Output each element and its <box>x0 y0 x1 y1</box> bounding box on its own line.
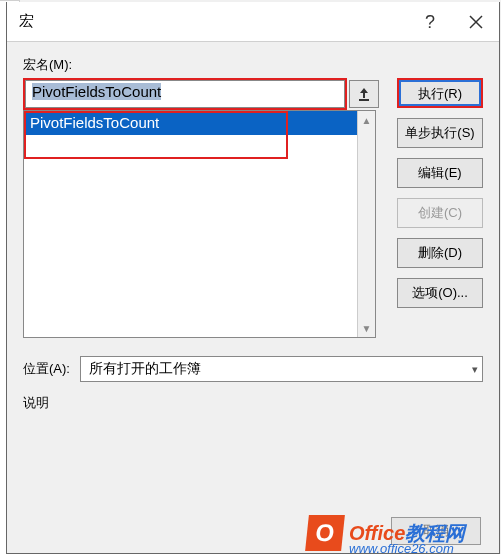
arrow-up-underline-icon <box>357 86 371 102</box>
scroll-up-icon[interactable]: ▲ <box>358 111 375 129</box>
scrollbar[interactable]: ▲ ▼ <box>357 111 375 337</box>
close-icon <box>469 15 483 29</box>
macro-name-label: 宏名(M): <box>23 56 483 74</box>
logo-icon: O <box>305 515 345 551</box>
reorder-button[interactable] <box>349 80 379 108</box>
scroll-down-icon[interactable]: ▼ <box>358 319 375 337</box>
description-label: 说明 <box>23 394 483 412</box>
list-item[interactable]: PivotFieldsToCount <box>24 111 357 135</box>
svg-rect-2 <box>359 99 369 101</box>
step-button[interactable]: 单步执行(S) <box>397 118 483 148</box>
macro-dialog: 宏 ? 宏名(M): PivotFieldsToCount <box>6 2 500 554</box>
cancel-button[interactable]: 取消 <box>391 517 481 545</box>
run-button[interactable]: 执行(R) <box>397 78 483 108</box>
location-select[interactable]: 所有打开的工作簿 ▾ <box>80 356 483 382</box>
chevron-down-icon: ▾ <box>472 363 478 376</box>
edit-button[interactable]: 编辑(E) <box>397 158 483 188</box>
delete-button[interactable]: 删除(D) <box>397 238 483 268</box>
location-value: 所有打开的工作簿 <box>89 360 201 378</box>
macro-list[interactable]: PivotFieldsToCount ▲ ▼ <box>23 110 376 338</box>
close-button[interactable] <box>453 2 499 42</box>
options-button[interactable]: 选项(O)... <box>397 278 483 308</box>
macro-name-input[interactable]: PivotFieldsToCount <box>25 80 345 108</box>
titlebar: 宏 ? <box>7 2 499 42</box>
dialog-title: 宏 <box>19 12 407 31</box>
help-button[interactable]: ? <box>407 2 453 42</box>
create-button: 创建(C) <box>397 198 483 228</box>
location-label: 位置(A): <box>23 360 70 378</box>
